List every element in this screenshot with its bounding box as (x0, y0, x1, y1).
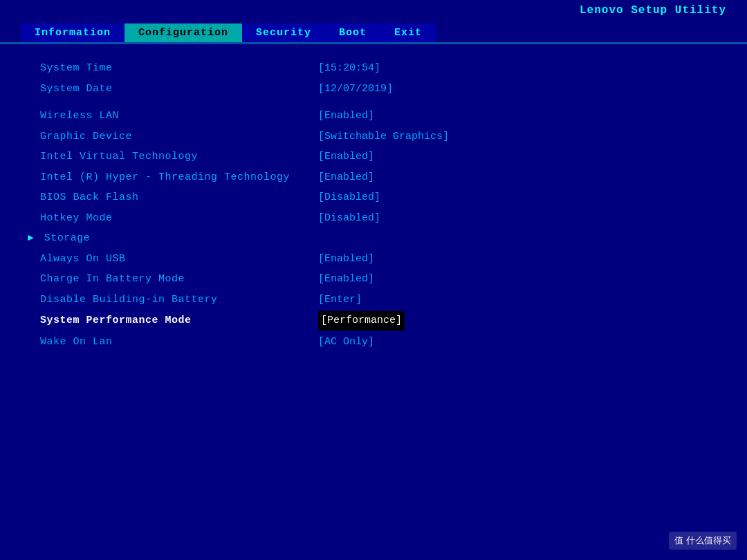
menu-value[interactable]: [AC Only] (318, 333, 374, 351)
menu-label: Always On USB (28, 250, 318, 268)
menu-value[interactable]: [Enabled] (318, 107, 374, 125)
menu-value[interactable]: [Performance] (318, 311, 405, 330)
menu-value[interactable]: [15:20:54] (318, 59, 380, 77)
menu-label: Wireless LAN (28, 107, 318, 125)
menu-label: Wake On Lan (28, 333, 318, 351)
menu-row[interactable]: System Performance Mode[Performance] (28, 310, 719, 332)
menu-label: Charge In Battery Mode (28, 270, 318, 288)
arrow-icon: ► (28, 232, 40, 243)
menu-value[interactable]: [Disabled] (318, 189, 380, 207)
menu-value[interactable]: [12/07/2019] (318, 80, 393, 98)
menu-row[interactable]: Intel (R) Hyper - Threading Technology[E… (28, 167, 719, 188)
menu-label: Hotkey Mode (28, 209, 318, 227)
main-content: System Time[15:20:54]System Date[12/07/2… (0, 44, 747, 366)
menu-label: Intel (R) Hyper - Threading Technology (28, 169, 318, 187)
menu-value[interactable]: [Enabled] (318, 270, 374, 288)
menu-row[interactable]: System Time[15:20:54] (28, 58, 719, 79)
menu-spacer (28, 99, 719, 106)
nav-tab-boot[interactable]: Boot (325, 24, 380, 42)
menu-row[interactable]: System Date[12/07/2019] (28, 79, 719, 100)
menu-row[interactable]: Hotkey Mode[Disabled] (28, 208, 719, 229)
nav-bar: InformationConfigurationSecurityBootExit (0, 24, 747, 42)
menu-value[interactable]: [Switchable Graphics] (318, 128, 449, 146)
menu-label: System Time (28, 59, 318, 77)
menu-row[interactable]: BIOS Back Flash[Disabled] (28, 187, 719, 208)
menu-row[interactable]: Wireless LAN[Enabled] (28, 106, 719, 127)
menu-label: Graphic Device (28, 128, 318, 146)
menu-label: Intel Virtual Technology (28, 148, 318, 166)
menu-value[interactable]: [Enabled] (318, 169, 374, 187)
menu-row[interactable]: Charge In Battery Mode[Enabled] (28, 269, 719, 290)
watermark: 值 什么值得买 (669, 532, 737, 550)
top-bar: Lenovo Setup Utility InformationConfigur… (0, 0, 747, 42)
menu-value[interactable]: [Enabled] (318, 148, 374, 166)
nav-tab-security[interactable]: Security (242, 24, 325, 42)
menu-row[interactable]: Disable Building-in Battery[Enter] (28, 290, 719, 310)
menu-label: ► Storage (28, 230, 318, 248)
nav-tab-information[interactable]: Information (21, 24, 124, 42)
menu-row[interactable]: Intel Virtual Technology[Enabled] (28, 147, 719, 167)
menu-value[interactable]: [Enabled] (318, 250, 374, 268)
nav-tab-exit[interactable]: Exit (380, 24, 436, 42)
nav-tab-configuration[interactable]: Configuration (124, 24, 242, 42)
menu-value[interactable]: [Disabled] (318, 209, 380, 227)
menu-value[interactable]: [Enter] (318, 291, 362, 309)
menu-row[interactable]: Graphic Device[Switchable Graphics] (28, 127, 719, 147)
menu-label: System Date (28, 80, 318, 98)
menu-label: Disable Building-in Battery (28, 291, 318, 309)
utility-title: Lenovo Setup Utility (580, 4, 726, 17)
menu-row: ► Storage (28, 228, 719, 249)
menu-row[interactable]: Always On USB[Enabled] (28, 249, 719, 270)
menu-label: System Performance Mode (28, 312, 318, 330)
bios-screen: Lenovo Setup Utility InformationConfigur… (0, 0, 747, 560)
menu-row[interactable]: Wake On Lan[AC Only] (28, 332, 719, 353)
menu-label: BIOS Back Flash (28, 189, 318, 207)
